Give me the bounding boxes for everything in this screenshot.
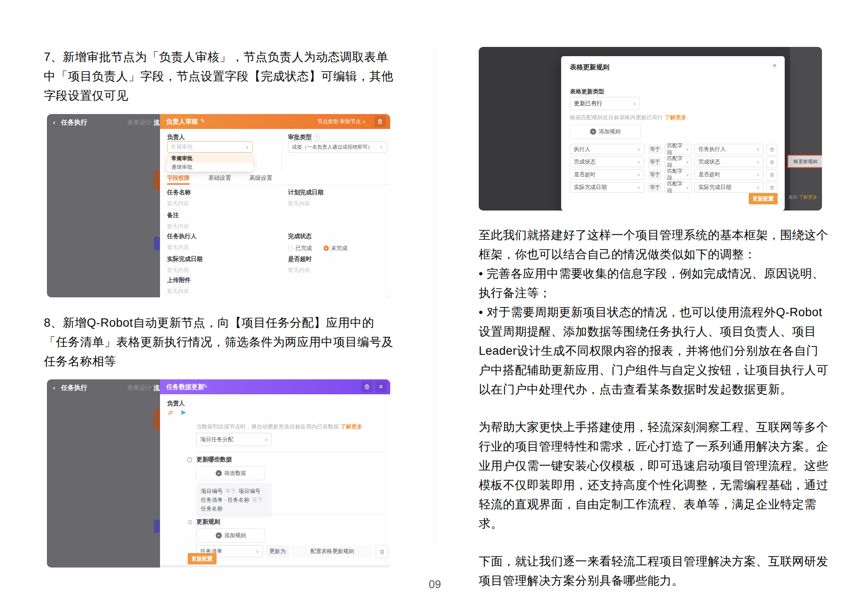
robot-config-panel: 负责人 当数据到达该节点时，将自动更新所选目标应用内已有数据 了解更多 项目任务…	[160, 379, 390, 568]
approval-type-label: 审批类型?	[288, 133, 320, 141]
settings-tabs: 字段权限 基础设置 高级设置	[160, 174, 390, 185]
rule-mode-select[interactable]: 匹配字段∨	[665, 182, 692, 193]
delete-node-button[interactable]	[361, 381, 373, 393]
tab-process-design-partial[interactable]: 流	[153, 119, 160, 127]
configure-table-rules-link[interactable]: 配置表格更新规则	[292, 545, 373, 557]
plus-icon: +	[216, 532, 222, 539]
flow-node-sliver-orange	[154, 409, 160, 429]
trash-icon	[379, 549, 385, 555]
rule-mode-select[interactable]: 匹配字段∨	[665, 157, 692, 167]
back-chevron-icon[interactable]: ‹	[53, 118, 55, 126]
tab-process-design-partial[interactable]: 流	[153, 384, 160, 392]
edit-icon[interactable]: ✎	[203, 383, 208, 389]
rule-field-select[interactable]: 是否超时∨	[570, 169, 644, 180]
field-attachment: 上传附件暂无内容	[167, 276, 191, 295]
swap-icon	[167, 409, 174, 416]
chevron-down-icon: ∨	[633, 101, 636, 107]
tab-field-permissions[interactable]: 字段权限	[167, 174, 190, 182]
condition-row: 项目编号 等于 项目编号	[201, 487, 267, 496]
filter-conditions-box: 项目编号 等于 项目编号 任务清单 · 任务名称 等于 任务名称	[196, 483, 272, 517]
chevron-down-icon: ∨	[756, 185, 760, 190]
delete-rule-button[interactable]	[376, 545, 388, 558]
close-panel-button[interactable]: ×	[375, 381, 387, 393]
delete-rule-button[interactable]	[766, 169, 777, 181]
rule-value-select[interactable]: 完成状态∨	[694, 157, 764, 167]
tab-form-design[interactable]: 表单设计	[127, 384, 152, 392]
close-icon[interactable]: ×	[772, 61, 777, 70]
page-number: 09	[421, 578, 449, 591]
rule-field-select[interactable]: 实际完成日期∨	[570, 182, 644, 193]
delete-node-button[interactable]	[374, 116, 386, 127]
radio-done[interactable]	[288, 246, 293, 251]
rule-operator: 等于	[648, 169, 662, 180]
plus-icon: +	[216, 470, 222, 476]
trash-icon	[377, 118, 383, 125]
rule-field-select[interactable]: 执行人∨	[570, 144, 644, 154]
send-icon	[180, 409, 187, 416]
dialog-helper-text: 根据匹配规则在目标表格内更新已有行 了解更多	[570, 114, 687, 121]
learn-more-link[interactable]: 了解更多	[665, 114, 687, 121]
trash-icon	[769, 172, 775, 178]
rule-field-select[interactable]: 完成状态∨	[570, 157, 644, 167]
chevron-down-icon: ∨	[756, 146, 760, 152]
owner-label: 负责人	[167, 133, 185, 141]
info-icon: ?	[313, 134, 320, 141]
field-actual-date: 实际完成日期暂无内容	[167, 255, 203, 274]
back-chevron-icon[interactable]: ‹	[53, 384, 55, 391]
trash-icon	[769, 185, 775, 190]
add-rule-button[interactable]: +添加规则	[196, 528, 265, 543]
owner-select[interactable]: 常规审批 ∨	[167, 141, 253, 153]
chevron-down-icon: ∨	[363, 119, 366, 124]
chevron-down-icon: ∨	[264, 437, 268, 443]
filter-data-button[interactable]: +筛选数据	[196, 466, 265, 480]
chevron-down-icon: ∨	[686, 159, 689, 165]
body-paragraph-2: 为帮助大家更快上手搭建使用，轻流深刻洞察工程、互联网等多个 行业的项目管理特性和…	[479, 418, 843, 533]
tab-form-design[interactable]: 表单设计	[127, 119, 152, 127]
section-update-rules: 更新规则	[196, 518, 220, 526]
delete-rule-button[interactable]	[766, 182, 777, 193]
chevron-down-icon: ∨	[245, 144, 249, 150]
update-type-select[interactable]: 更新已有行 ∨	[570, 97, 640, 110]
rule-value-select[interactable]: 是否超时∨	[694, 169, 764, 180]
add-rule-button[interactable]: +添加规则	[570, 125, 641, 139]
learn-more-link[interactable]: 了解更多	[340, 424, 362, 430]
app-title: 任务执行	[61, 118, 87, 127]
edit-icon[interactable]: ✎	[200, 118, 205, 124]
background-side-panel	[790, 47, 822, 211]
update-config-button[interactable]: 更新配置	[188, 553, 217, 564]
step7-paragraph: 7、新增审批节点为「负责人审核」，节点负责人为动态调取表单 中「项目负责人」字段…	[44, 47, 408, 105]
dialog-title: 表格更新规则	[570, 63, 609, 71]
update-config-button[interactable]: 更新配置	[749, 193, 778, 204]
update-to-label: 更新为	[266, 545, 289, 557]
delete-rule-button[interactable]	[766, 144, 777, 155]
owner-label: 负责人	[167, 400, 185, 407]
tab-basic-settings[interactable]: 基础设置	[208, 174, 231, 182]
dropdown-option[interactable]: 常规审批	[167, 154, 253, 163]
flow-node-sliver-orange	[154, 170, 160, 190]
target-app-select[interactable]: 项目任务分配 ∨	[196, 433, 272, 446]
rule-value-select[interactable]: 实际完成日期∨	[694, 182, 764, 193]
refresh-icon	[186, 457, 193, 463]
chevron-down-icon: ∨	[756, 159, 760, 165]
rule-mode-select[interactable]: 匹配字段∨	[665, 169, 692, 180]
delete-rule-button[interactable]	[766, 157, 777, 168]
field-task-name: 任务名称暂无内容	[167, 189, 191, 207]
approval-type-select[interactable]: 或签（一名负责人通过或拒绝即可） ∨	[288, 141, 387, 153]
condition-row: 任务清单 · 任务名称 等于 任务名称	[201, 496, 267, 513]
flow-node-sliver-indigo	[154, 237, 160, 250]
chevron-down-icon: ∨	[686, 146, 689, 152]
section-update-which: 更新哪些数据	[196, 456, 232, 464]
body-paragraph-3: 下面，就让我们逐一来看轻流工程项目管理解决方案、互联网研发 项目管理解决方案分别…	[479, 552, 843, 590]
tab-advanced-settings[interactable]: 高级设置	[249, 174, 272, 182]
rule-value-select[interactable]: 任务执行人∨	[694, 144, 764, 154]
owner-dropdown: 常规审批 逐级审批	[167, 154, 253, 171]
radio-undone[interactable]	[324, 246, 329, 251]
dropdown-option[interactable]: 逐级审批	[167, 163, 253, 171]
screenshot-robot-node: ‹ 任务执行 表单设计 流 负责人 当数据到达该节点时，将自动更新所选目标应用内…	[47, 379, 390, 568]
rule-mode-select[interactable]: 匹配字段∨	[665, 144, 692, 154]
app-title: 任务执行	[61, 384, 87, 392]
robot-node-header: 任务数据更新 ✎ ×	[160, 379, 390, 394]
document-page: 7、新增审批节点为「负责人审核」，节点负责人为动态调取表单 中「项目负责人」字段…	[0, 0, 868, 614]
flow-node-sliver-indigo	[154, 520, 160, 533]
node-type-select[interactable]: 审批节点 ∨	[340, 118, 366, 125]
